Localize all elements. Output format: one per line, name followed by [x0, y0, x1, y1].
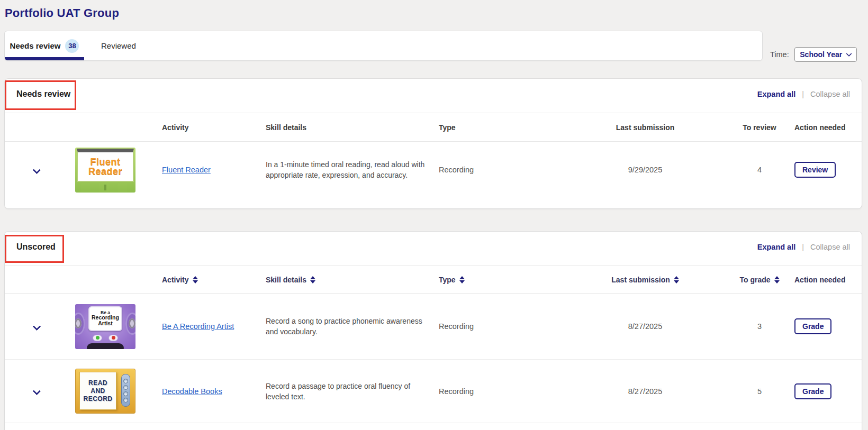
chevron-down-icon [33, 322, 41, 331]
section-title-unscored: Unscored [16, 242, 56, 252]
row-expander-button[interactable] [31, 385, 43, 397]
column-header-skill-details[interactable]: Skill details [266, 276, 439, 284]
sort-arrows-icon [193, 276, 198, 283]
column-header-action-needed: Action needed [794, 123, 862, 132]
last-submission-text: 9/29/2025 [582, 166, 709, 174]
collapse-all-link[interactable]: Collapse all [810, 90, 850, 98]
thumbnail-decoration [104, 185, 106, 190]
expand-all-link[interactable]: Expand all [757, 90, 796, 98]
table-row: Be a Recording Artist Be A Recording Art… [5, 294, 862, 360]
thumbnail-decoration [87, 343, 124, 349]
skill-details-text: Record a passage to practice oral fluenc… [266, 381, 428, 402]
actions-separator: | [802, 90, 804, 98]
column-header-skill-details: Skill details [266, 123, 439, 132]
column-header-label: Activity [162, 276, 189, 284]
column-header-label: Skill details [266, 276, 306, 284]
to-grade-count: 3 [709, 322, 794, 331]
thumbnail-text: Artist [98, 321, 112, 326]
tab-bar: Needs review 38 Reviewed [4, 31, 763, 61]
thumbnail-decoration [75, 313, 85, 335]
table-row: Fluent Reader Fluent Reader In a 1-minut… [5, 142, 862, 198]
column-header-activity[interactable]: Activity [162, 276, 266, 284]
type-text: Recording [439, 387, 582, 396]
tab-reviewed-label: Reviewed [101, 41, 136, 50]
row-expander-button[interactable] [31, 321, 43, 333]
chevron-down-icon [33, 166, 41, 174]
type-text: Recording [439, 322, 582, 331]
sort-arrows-icon [459, 276, 465, 283]
actions-separator: | [802, 243, 804, 251]
expand-all-link[interactable]: Expand all [757, 243, 796, 251]
thumbnail-decoration [121, 374, 130, 407]
tab-needs-review[interactable]: Needs review 38 [5, 31, 84, 60]
thumbnail-text: Fluent [91, 157, 121, 167]
column-header-label: Type [439, 276, 456, 284]
sort-arrows-icon [774, 276, 780, 283]
unscored-section: Unscored Expand all | Collapse all Activ… [4, 231, 862, 430]
activity-link[interactable]: Fluent Reader [162, 166, 211, 174]
tab-reviewed[interactable]: Reviewed [96, 31, 141, 60]
time-dropdown-value: School Year [800, 50, 842, 59]
thumbnail-text: AND [91, 388, 105, 394]
time-dropdown[interactable]: School Year [794, 47, 857, 62]
column-header-label: To grade [739, 276, 770, 284]
thumbnail-text: RECORD [83, 396, 112, 402]
last-submission-text: 8/27/2025 [582, 387, 709, 396]
column-header-type[interactable]: Type [439, 276, 582, 284]
time-filter-label: Time: [770, 50, 789, 59]
column-header-last-submission: Last submission [582, 123, 709, 132]
unscored-table-header: Activity Skill details Type Last submiss… [5, 266, 862, 294]
thumbnail-decoration [125, 313, 135, 335]
be-a-recording-artist-thumbnail: Be a Recording Artist [75, 304, 135, 349]
column-header-type: Type [439, 123, 582, 132]
column-header-label: Last submission [611, 276, 670, 284]
fluent-reader-thumbnail: Fluent Reader [75, 148, 135, 193]
row-expander-button[interactable] [31, 164, 43, 176]
record-icon [108, 335, 118, 341]
needs-review-section: Needs review Expand all | Collapse all A… [4, 78, 862, 209]
page-title: Portfolio UAT Group [5, 6, 119, 20]
activity-link[interactable]: Decodable Books [162, 387, 222, 396]
needs-review-table-header: Activity Skill details Type Last submiss… [5, 113, 862, 142]
section-title-needs-review: Needs review [16, 89, 70, 99]
active-tab-indicator [5, 57, 84, 60]
column-header-to-review: To review [709, 123, 794, 132]
column-header-last-submission[interactable]: Last submission [582, 276, 709, 284]
to-grade-count: 5 [709, 387, 794, 396]
column-header-to-grade[interactable]: To grade [709, 276, 794, 284]
skill-details-text: In a 1-minute timed oral reading, read a… [266, 159, 428, 180]
grade-button[interactable]: Grade [794, 318, 831, 334]
grade-button[interactable]: Grade [794, 383, 831, 399]
tab-needs-review-label: Needs review [10, 41, 61, 50]
play-icon [93, 335, 102, 341]
activity-link[interactable]: Be A Recording Artist [162, 322, 234, 331]
thumbnail-text: Reader [88, 167, 122, 176]
to-review-count: 4 [709, 166, 794, 174]
sort-arrows-icon [674, 276, 679, 283]
decodable-books-thumbnail: READ AND RECORD [75, 369, 135, 414]
chevron-down-icon [33, 387, 41, 396]
review-button[interactable]: Review [794, 162, 836, 178]
skill-details-text: Record a song to practice phonemic aware… [266, 316, 428, 337]
last-submission-text: 8/27/2025 [582, 322, 709, 331]
thumbnail-text: READ [88, 380, 107, 386]
type-text: Recording [439, 166, 582, 174]
time-filter: Time: School Year [770, 47, 857, 62]
collapse-all-link[interactable]: Collapse all [810, 243, 850, 251]
table-row: READ AND RECORD Decodable Books Record a… [5, 360, 862, 423]
chevron-down-icon [846, 51, 852, 57]
column-header-activity: Activity [162, 123, 266, 132]
sort-arrows-icon [310, 276, 315, 283]
needs-review-count-badge: 38 [65, 39, 79, 53]
column-header-action-needed: Action needed [794, 276, 862, 284]
